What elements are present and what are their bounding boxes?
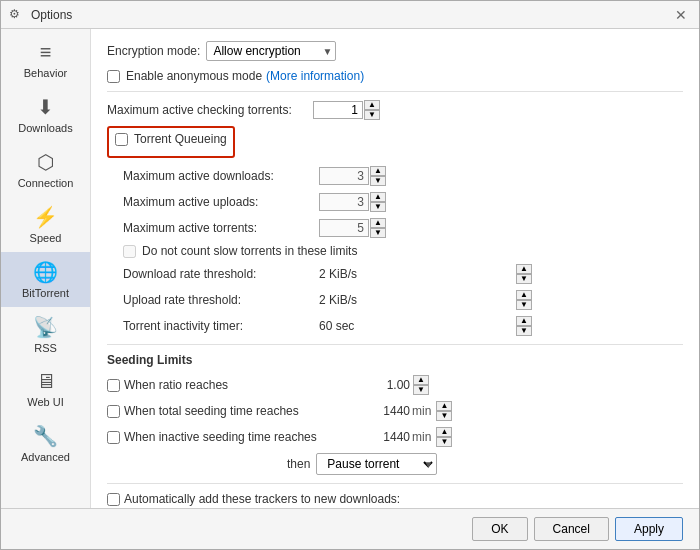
sidebar-item-downloads[interactable]: ⬇ Downloads	[1, 87, 90, 142]
webui-icon: 🖥	[36, 370, 56, 393]
titlebar: ⚙ Options ✕	[1, 1, 699, 29]
sidebar-label-behavior: Behavior	[24, 67, 67, 79]
when-ratio-checkbox[interactable]	[107, 379, 120, 392]
torrent-queueing-box: Torrent Queueing	[107, 126, 235, 158]
divider-1	[107, 91, 683, 92]
anonymous-label: Enable anonymous mode	[126, 69, 262, 83]
slow-torrents-label: Do not count slow torrents in these limi…	[142, 244, 357, 258]
more-info-link[interactable]: (More information)	[266, 69, 364, 83]
max-torrents-label: Maximum active torrents:	[123, 221, 313, 235]
pause-dropdown[interactable]: Pause torrent	[316, 453, 437, 475]
rss-icon: 📡	[33, 315, 58, 339]
upload-threshold-up[interactable]: ▲	[516, 290, 532, 300]
close-button[interactable]: ✕	[671, 7, 691, 23]
inactivity-down[interactable]: ▼	[516, 326, 532, 336]
max-downloads-input[interactable]	[319, 167, 369, 185]
divider-3	[107, 483, 683, 484]
sidebar-item-behavior[interactable]: ≡ Behavior	[1, 33, 90, 87]
when-seeding-label: When total seeding time reaches	[124, 404, 344, 418]
max-torrents-up[interactable]: ▲	[370, 218, 386, 228]
encryption-dropdown[interactable]: Allow encryption Force encryption Disabl…	[206, 41, 336, 61]
max-downloads-row: Maximum active downloads: ▲ ▼	[123, 166, 683, 186]
sidebar-item-advanced[interactable]: 🔧 Advanced	[1, 416, 90, 471]
sidebar-label-downloads: Downloads	[18, 122, 72, 134]
sidebar-label-webui: Web UI	[27, 396, 63, 408]
app-icon: ⚙	[9, 7, 25, 23]
cancel-button[interactable]: Cancel	[534, 517, 609, 541]
when-inactive-label: When inactive seeding time reaches	[124, 430, 344, 444]
when-ratio-row: When ratio reaches 1.00 ▲ ▼	[107, 375, 683, 395]
window-title: Options	[31, 8, 671, 22]
trackers-label: Automatically add these trackers to new …	[124, 492, 400, 506]
max-uploads-spinners: ▲ ▼	[370, 192, 386, 212]
encryption-label: Encryption mode:	[107, 44, 200, 58]
download-threshold-up[interactable]: ▲	[516, 264, 532, 274]
when-inactive-unit: min	[412, 430, 431, 444]
max-downloads-spinners: ▲ ▼	[370, 166, 386, 186]
torrent-queueing-checkbox[interactable]	[115, 133, 128, 146]
max-torrents-input[interactable]	[319, 219, 369, 237]
downloads-icon: ⬇	[37, 95, 54, 119]
encryption-dropdown-wrapper: Allow encryption Force encryption Disabl…	[206, 41, 336, 61]
max-downloads-down[interactable]: ▼	[370, 176, 386, 186]
max-uploads-input[interactable]	[319, 193, 369, 211]
when-seeding-checkbox[interactable]	[107, 405, 120, 418]
when-seeding-down[interactable]: ▼	[436, 411, 452, 421]
max-uploads-up[interactable]: ▲	[370, 192, 386, 202]
max-checking-up[interactable]: ▲	[364, 100, 380, 110]
slow-torrents-checkbox[interactable]	[123, 245, 136, 258]
sidebar-label-rss: RSS	[34, 342, 57, 354]
main-area: ≡ Behavior ⬇ Downloads ⬡ Connection ⚡ Sp…	[1, 29, 699, 508]
max-uploads-down[interactable]: ▼	[370, 202, 386, 212]
inactivity-spinners: ▲ ▼	[516, 316, 532, 336]
download-threshold-label: Download rate threshold:	[123, 267, 313, 281]
when-inactive-down[interactable]: ▼	[436, 437, 452, 447]
download-threshold-spinners: ▲ ▼	[516, 264, 532, 284]
trackers-row: Automatically add these trackers to new …	[107, 492, 683, 506]
footer: OK Cancel Apply	[1, 508, 699, 549]
anonymous-checkbox[interactable]	[107, 70, 120, 83]
inactivity-label: Torrent inactivity timer:	[123, 319, 313, 333]
when-ratio-down[interactable]: ▼	[413, 385, 429, 395]
sidebar-item-connection[interactable]: ⬡ Connection	[1, 142, 90, 197]
max-checking-down[interactable]: ▼	[364, 110, 380, 120]
max-uploads-row: Maximum active uploads: ▲ ▼	[123, 192, 683, 212]
when-seeding-value: 1440	[350, 404, 410, 418]
download-threshold-down[interactable]: ▼	[516, 274, 532, 284]
ok-button[interactable]: OK	[472, 517, 527, 541]
when-seeding-up[interactable]: ▲	[436, 401, 452, 411]
max-torrents-down[interactable]: ▼	[370, 228, 386, 238]
slow-torrents-row: Do not count slow torrents in these limi…	[123, 244, 683, 258]
when-inactive-value: 1440	[350, 430, 410, 444]
then-label: then	[287, 457, 310, 471]
max-checking-input[interactable]: 1	[313, 101, 363, 119]
max-checking-spinners: ▲ ▼	[364, 100, 380, 120]
apply-button[interactable]: Apply	[615, 517, 683, 541]
sidebar-item-speed[interactable]: ⚡ Speed	[1, 197, 90, 252]
sidebar-item-webui[interactable]: 🖥 Web UI	[1, 362, 90, 416]
inactivity-up[interactable]: ▲	[516, 316, 532, 326]
queueing-subsection: Maximum active downloads: ▲ ▼ Maximum ac…	[123, 166, 683, 336]
behavior-icon: ≡	[40, 41, 52, 64]
max-downloads-label: Maximum active downloads:	[123, 169, 313, 183]
sidebar: ≡ Behavior ⬇ Downloads ⬡ Connection ⚡ Sp…	[1, 29, 91, 508]
when-ratio-up[interactable]: ▲	[413, 375, 429, 385]
max-checking-label: Maximum active checking torrents:	[107, 103, 307, 117]
when-inactive-spinners: ▲ ▼	[436, 427, 452, 447]
max-downloads-up[interactable]: ▲	[370, 166, 386, 176]
sidebar-label-advanced: Advanced	[21, 451, 70, 463]
inactivity-value: 60 sec	[319, 319, 509, 333]
when-inactive-checkbox[interactable]	[107, 431, 120, 444]
when-ratio-label: When ratio reaches	[124, 378, 344, 392]
max-torrents-row: Maximum active torrents: ▲ ▼	[123, 218, 683, 238]
when-inactive-up[interactable]: ▲	[436, 427, 452, 437]
when-inactive-row: When inactive seeding time reaches 1440 …	[107, 427, 683, 447]
seeding-limits-title: Seeding Limits	[107, 353, 683, 367]
sidebar-item-bittorrent[interactable]: 🌐 BitTorrent	[1, 252, 90, 307]
trackers-checkbox[interactable]	[107, 493, 120, 506]
upload-threshold-down[interactable]: ▼	[516, 300, 532, 310]
download-threshold-value: 2 KiB/s	[319, 267, 509, 281]
anonymous-row: Enable anonymous mode (More information)	[107, 69, 683, 83]
sidebar-item-rss[interactable]: 📡 RSS	[1, 307, 90, 362]
inactivity-row: Torrent inactivity timer: 60 sec ▲ ▼	[123, 316, 683, 336]
